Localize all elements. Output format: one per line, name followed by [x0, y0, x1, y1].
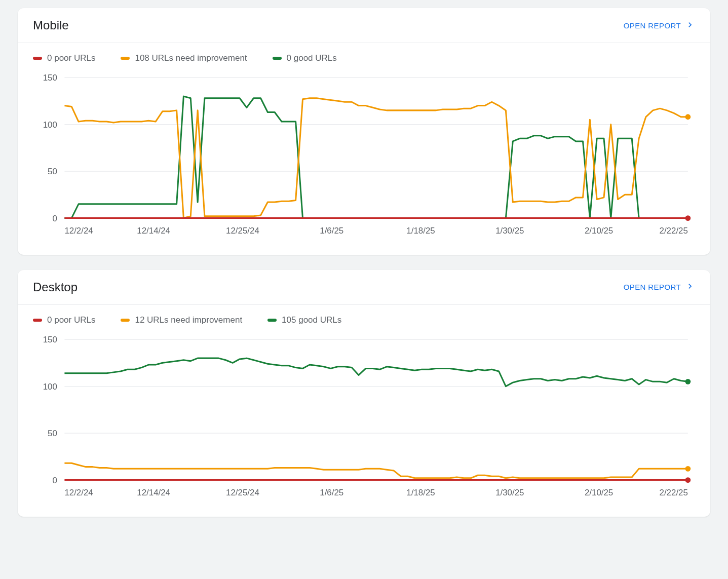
svg-text:1/6/25: 1/6/25 — [320, 487, 343, 497]
mobile-legend-need-label: 108 URLs need improvement — [135, 53, 247, 63]
svg-text:12/25/24: 12/25/24 — [226, 487, 259, 497]
chevron-right-icon — [685, 20, 695, 31]
desktop-legend-poor[interactable]: 0 poor URLs — [33, 315, 95, 325]
svg-text:50: 50 — [48, 429, 57, 438]
svg-point-35 — [685, 466, 691, 472]
need-swatch-icon — [121, 57, 130, 60]
svg-text:50: 50 — [48, 167, 57, 176]
svg-text:1/18/25: 1/18/25 — [406, 487, 435, 497]
svg-text:12/14/24: 12/14/24 — [137, 487, 170, 497]
desktop-legend-need-label: 12 URLs need improvement — [135, 315, 242, 325]
desktop-legend: 0 poor URLs 12 URLs need improvement 105… — [18, 305, 710, 325]
poor-swatch-icon — [33, 319, 42, 322]
desktop-title: Desktop — [33, 280, 78, 294]
svg-text:0: 0 — [53, 475, 57, 485]
mobile-card-header: Mobile OPEN REPORT — [18, 8, 710, 43]
mobile-title: Mobile — [33, 18, 69, 32]
svg-point-36 — [685, 477, 691, 483]
desktop-chart[interactable]: 05010015012/2/2412/14/2412/25/241/6/251/… — [18, 325, 710, 517]
open-report-label: OPEN REPORT — [624, 283, 681, 291]
svg-text:1/30/25: 1/30/25 — [495, 226, 524, 236]
desktop-card: Desktop OPEN REPORT 0 poor URLs 12 URLs … — [18, 270, 710, 517]
svg-text:2/22/25: 2/22/25 — [660, 226, 688, 236]
chevron-right-icon — [685, 281, 695, 293]
svg-text:100: 100 — [43, 381, 57, 391]
desktop-legend-good[interactable]: 105 good URLs — [267, 315, 341, 325]
svg-text:0: 0 — [53, 214, 57, 223]
desktop-legend-good-label: 105 good URLs — [282, 315, 341, 325]
svg-text:100: 100 — [43, 120, 57, 130]
mobile-open-report-button[interactable]: OPEN REPORT — [624, 20, 695, 31]
desktop-card-header: Desktop OPEN REPORT — [18, 270, 710, 305]
mobile-card: Mobile OPEN REPORT 0 poor URLs 108 URLs … — [18, 8, 710, 255]
mobile-legend-poor-label: 0 poor URLs — [47, 53, 95, 63]
svg-text:1/30/25: 1/30/25 — [495, 487, 524, 497]
svg-text:1/18/25: 1/18/25 — [406, 226, 435, 236]
good-swatch-icon — [267, 319, 277, 322]
svg-text:1/6/25: 1/6/25 — [320, 226, 343, 236]
svg-text:2/22/25: 2/22/25 — [660, 487, 688, 497]
need-swatch-icon — [121, 319, 130, 322]
svg-text:2/10/25: 2/10/25 — [585, 487, 613, 497]
svg-text:150: 150 — [43, 73, 57, 83]
desktop-open-report-button[interactable]: OPEN REPORT — [624, 281, 695, 293]
poor-swatch-icon — [33, 57, 42, 60]
svg-text:12/2/24: 12/2/24 — [64, 487, 93, 497]
good-swatch-icon — [273, 57, 282, 60]
svg-text:12/2/24: 12/2/24 — [64, 226, 93, 236]
svg-point-17 — [685, 215, 691, 221]
svg-point-16 — [685, 114, 691, 120]
desktop-legend-need[interactable]: 12 URLs need improvement — [121, 315, 242, 325]
svg-text:150: 150 — [43, 335, 57, 344]
mobile-legend: 0 poor URLs 108 URLs need improvement 0 … — [18, 43, 710, 63]
svg-text:12/14/24: 12/14/24 — [137, 226, 170, 236]
mobile-legend-good-label: 0 good URLs — [287, 53, 337, 63]
mobile-chart[interactable]: 05010015012/2/2412/14/2412/25/241/6/251/… — [18, 63, 710, 255]
svg-text:2/10/25: 2/10/25 — [585, 226, 613, 236]
svg-text:12/25/24: 12/25/24 — [226, 226, 259, 236]
mobile-legend-good[interactable]: 0 good URLs — [273, 53, 337, 63]
mobile-legend-need[interactable]: 108 URLs need improvement — [121, 53, 247, 63]
open-report-label: OPEN REPORT — [624, 21, 681, 30]
mobile-legend-poor[interactable]: 0 poor URLs — [33, 53, 95, 63]
desktop-legend-poor-label: 0 poor URLs — [47, 315, 95, 325]
svg-point-34 — [685, 379, 691, 384]
